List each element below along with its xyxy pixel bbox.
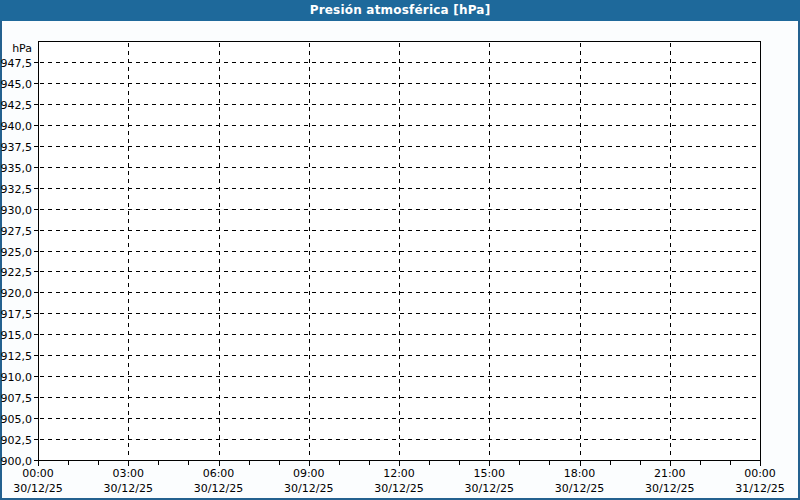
x-axis-date-label: 30/12/25 — [555, 482, 604, 495]
x-axis-time-label: 00:00 — [22, 467, 54, 480]
x-axis-time-label: 06:00 — [203, 467, 235, 480]
y-axis-tick-label: 927,5 — [1, 225, 33, 238]
y-axis-tick-label: 922,5 — [1, 266, 33, 279]
x-axis-date-label: 30/12/25 — [104, 482, 153, 495]
y-axis-unit-label: hPa — [12, 42, 32, 55]
x-axis-time-label: 09:00 — [293, 467, 325, 480]
y-axis-tick-label: 907,5 — [1, 392, 33, 405]
y-axis-tick-label: 942,5 — [1, 99, 33, 112]
x-axis-time-label: 03:00 — [112, 467, 144, 480]
y-axis-tick-label: 947,5 — [1, 57, 33, 70]
y-axis-tick-label: 902,5 — [1, 434, 33, 447]
y-axis-tick-label: 920,0 — [1, 287, 33, 300]
x-axis-date-label: 30/12/25 — [284, 482, 333, 495]
x-axis-time-label: 18:00 — [564, 467, 596, 480]
y-axis-tick-label: 937,5 — [1, 141, 33, 154]
y-axis-tick-label: 925,0 — [1, 246, 33, 259]
x-axis-date-label: 30/12/25 — [194, 482, 243, 495]
x-axis-time-label: 15:00 — [473, 467, 505, 480]
y-axis-tick-label: 915,0 — [1, 329, 33, 342]
pressure-chart: 947,5945,0942,5940,0937,5935,0932,5930,0… — [0, 0, 800, 500]
x-axis-date-label: 30/12/25 — [374, 482, 423, 495]
x-axis-date-label: 30/12/25 — [13, 482, 62, 495]
x-axis-date-label: 30/12/25 — [465, 482, 514, 495]
y-axis-tick-label: 912,5 — [1, 350, 33, 363]
y-axis-tick-label: 935,0 — [1, 162, 33, 175]
pressure-chart-window: Presión atmosférica [hPa] 947,5945,0942,… — [0, 0, 800, 500]
y-axis-tick-label: 930,0 — [1, 204, 33, 217]
y-axis-tick-label: 940,0 — [1, 120, 33, 133]
y-axis-tick-label: 945,0 — [1, 78, 33, 91]
y-axis-tick-label: 905,0 — [1, 413, 33, 426]
y-axis-tick-label: 900,0 — [1, 455, 33, 468]
x-axis-time-label: 00:00 — [744, 467, 776, 480]
x-axis-date-label: 30/12/25 — [645, 482, 694, 495]
x-axis-time-label: 12:00 — [383, 467, 415, 480]
y-axis-tick-label: 910,0 — [1, 371, 33, 384]
y-axis-tick-label: 917,5 — [1, 308, 33, 321]
y-axis-tick-label: 932,5 — [1, 183, 33, 196]
x-axis-date-label: 31/12/25 — [735, 482, 784, 495]
x-axis-time-label: 21:00 — [654, 467, 686, 480]
